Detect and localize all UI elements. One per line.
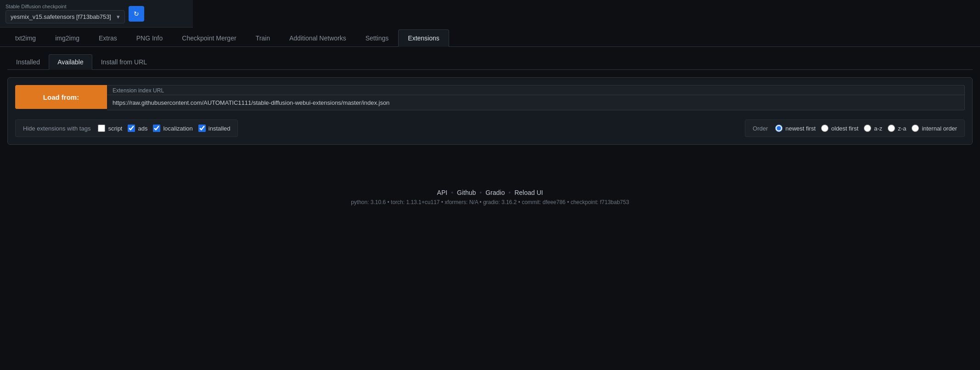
- order-oldest-first[interactable]: oldest first: [821, 125, 858, 132]
- footer-dot-2: •: [479, 189, 482, 196]
- hide-tags-group: Hide extensions with tags script ads loc…: [15, 120, 238, 137]
- order-oldest-radio[interactable]: [821, 125, 828, 132]
- tag-script[interactable]: script: [98, 125, 122, 132]
- order-internal-radio[interactable]: [912, 125, 919, 132]
- order-a-z[interactable]: a-z: [864, 125, 882, 132]
- order-az-radio[interactable]: [864, 125, 871, 132]
- tab-checkpoint-merger[interactable]: Checkpoint Merger: [172, 29, 246, 46]
- footer: API • Github • Gradio • Reload UI python…: [0, 180, 980, 215]
- chevron-down-icon: ▾: [117, 13, 120, 20]
- footer-api-link[interactable]: API: [437, 189, 448, 196]
- tag-installed[interactable]: installed: [198, 125, 231, 132]
- sub-tab-installed[interactable]: Installed: [7, 54, 49, 69]
- footer-gradio-link[interactable]: Gradio: [485, 189, 505, 196]
- sub-tab-available[interactable]: Available: [49, 54, 92, 70]
- url-input[interactable]: [107, 95, 965, 110]
- checkpoint-label: Stable Diffusion checkpoint: [6, 4, 125, 9]
- tag-localization[interactable]: localization: [153, 125, 192, 132]
- tag-installed-label: installed: [208, 125, 231, 132]
- tag-script-checkbox[interactable]: [98, 125, 105, 132]
- sub-tab-install-from-url[interactable]: Install from URL: [92, 54, 156, 69]
- tag-installed-checkbox[interactable]: [198, 125, 206, 132]
- order-za-label: z-a: [898, 125, 906, 132]
- checkpoint-wrapper: Stable Diffusion checkpoint yesmix_v15.s…: [6, 4, 125, 23]
- order-za-radio[interactable]: [888, 125, 895, 132]
- order-internal-label: internal order: [922, 125, 957, 132]
- footer-dot-1: •: [451, 189, 453, 196]
- tag-localization-checkbox[interactable]: [153, 125, 160, 132]
- load-from-button[interactable]: Load from:: [15, 85, 107, 109]
- tab-settings[interactable]: Settings: [356, 29, 399, 46]
- tab-extensions[interactable]: Extensions: [398, 29, 449, 47]
- available-content: Load from: Extension index URL Hide exte…: [7, 77, 973, 145]
- refresh-icon: ↻: [134, 10, 139, 17]
- checkpoint-value: yesmix_v15.safetensors [f713bab753]: [11, 13, 111, 20]
- tab-png-info[interactable]: PNG Info: [127, 29, 173, 46]
- url-row: Load from: Extension index URL: [15, 85, 965, 110]
- order-newest-radio[interactable]: [775, 125, 783, 132]
- order-newest-label: newest first: [785, 125, 816, 132]
- order-internal[interactable]: internal order: [912, 125, 957, 132]
- hide-tags-label: Hide extensions with tags: [23, 125, 90, 132]
- order-oldest-label: oldest first: [831, 125, 858, 132]
- order-group: Order newest first oldest first a-z z-a: [745, 120, 965, 137]
- url-input-wrapper: Extension index URL: [107, 85, 965, 110]
- tag-script-label: script: [108, 125, 122, 132]
- tag-ads-label: ads: [138, 125, 147, 132]
- order-label: Order: [753, 125, 768, 132]
- footer-reload-ui-link[interactable]: Reload UI: [514, 189, 543, 196]
- order-newest-first[interactable]: newest first: [775, 125, 816, 132]
- footer-info: python: 3.10.6 • torch: 1.13.1+cu117 • x…: [9, 199, 971, 205]
- tab-img2img[interactable]: img2img: [45, 29, 89, 46]
- order-az-label: a-z: [874, 125, 882, 132]
- footer-links: API • Github • Gradio • Reload UI: [9, 189, 971, 196]
- order-z-a[interactable]: z-a: [888, 125, 906, 132]
- main-nav: txt2img img2img Extras PNG Info Checkpoi…: [0, 29, 980, 47]
- tab-extras[interactable]: Extras: [89, 29, 127, 46]
- page-content: Installed Available Install from URL Loa…: [0, 47, 980, 152]
- checkpoint-refresh-button[interactable]: ↻: [129, 6, 144, 22]
- sub-tabs: Installed Available Install from URL: [7, 54, 973, 70]
- tag-ads[interactable]: ads: [128, 125, 147, 132]
- checkpoint-select[interactable]: yesmix_v15.safetensors [f713bab753] ▾: [6, 10, 125, 23]
- url-label: Extension index URL: [107, 85, 965, 95]
- tag-localization-label: localization: [163, 125, 192, 132]
- checkpoint-bar: Stable Diffusion checkpoint yesmix_v15.s…: [0, 0, 193, 28]
- tab-txt2img[interactable]: txt2img: [6, 29, 45, 46]
- tag-ads-checkbox[interactable]: [128, 125, 135, 132]
- tab-train[interactable]: Train: [246, 29, 280, 46]
- filter-row: Hide extensions with tags script ads loc…: [15, 120, 965, 137]
- footer-github-link[interactable]: Github: [457, 189, 476, 196]
- tab-additional-networks[interactable]: Additional Networks: [280, 29, 356, 46]
- footer-dot-3: •: [508, 189, 511, 196]
